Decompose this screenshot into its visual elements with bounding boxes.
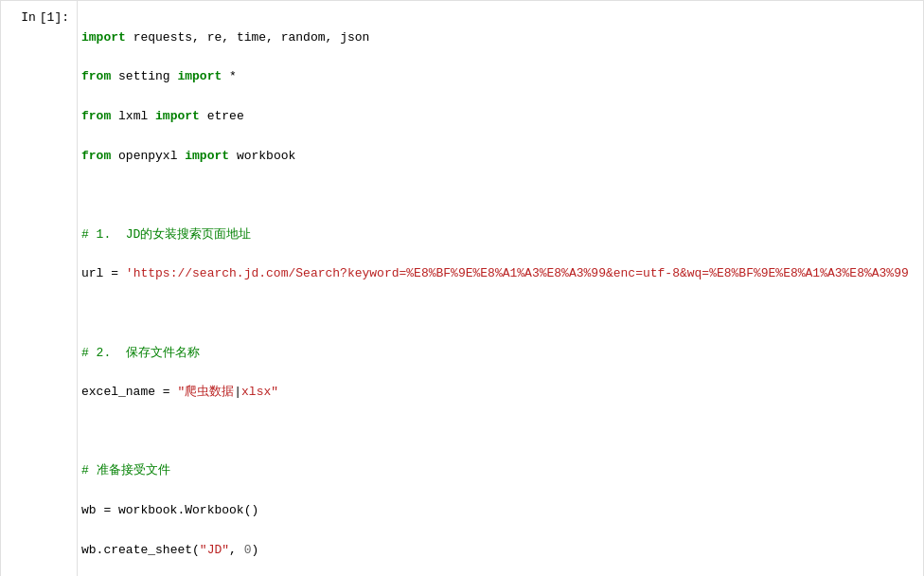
code-line-4: from openpyxl import workbook (81, 147, 915, 167)
code-line-3: from lxml import etree (81, 107, 915, 127)
code-line-7: url = 'https://search.jd.com/Search?keyw… (81, 264, 915, 284)
code-line-10: excel_name = "爬虫数据|xlsx" (81, 383, 915, 403)
blank-line-1 (81, 186, 915, 206)
code-content: import requests, re, time, random, json … (81, 9, 915, 576)
code-line-14: wb.create_sheet("JD", 0) (81, 541, 915, 561)
code-line-9: # 2. 保存文件名称 (81, 344, 915, 364)
cell-gutter: In [1]: (1, 1, 77, 576)
code-line-2: from setting import * (81, 67, 915, 87)
blank-line-2 (81, 304, 915, 324)
notebook-cell: In [1]: import requests, re, time, rando… (0, 0, 924, 576)
blank-line-3 (81, 423, 915, 442)
code-line-12: # 准备接受文件 (81, 461, 915, 481)
code-line-6: # 1. JD的女装搜索页面地址 (81, 225, 915, 245)
code-line-1: import requests, re, time, random, json (81, 28, 915, 48)
cell-code-area[interactable]: import requests, re, time, random, json … (77, 1, 923, 576)
cell-in-label: In (21, 10, 36, 25)
code-line-13: wb = workbook.Workbook() (81, 501, 915, 521)
cell-number: [1]: (40, 10, 69, 25)
